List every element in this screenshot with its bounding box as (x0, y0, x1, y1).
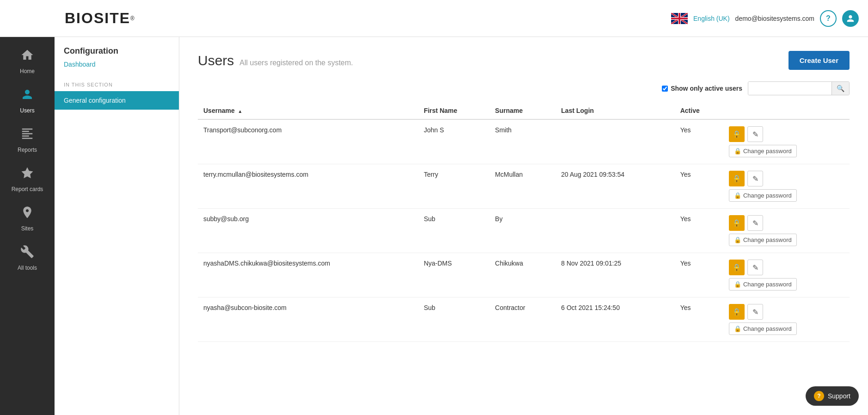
page-title-area: Users All users registered on the system… (198, 53, 353, 68)
table-row: Transport@subconorg.comJohn SSmithYes🔒✎🔒… (198, 119, 850, 164)
sort-arrow-username: ▲ (238, 109, 243, 114)
sidebar-item-sites[interactable]: Sites (0, 199, 55, 238)
language-selector[interactable]: English (UK) (693, 15, 730, 22)
users-table: Username ▲ First Name Surname Last Login… (198, 102, 850, 342)
edit-button[interactable]: ✎ (747, 304, 763, 320)
user-email: demo@biositesystems.com (735, 15, 814, 22)
search-input[interactable] (748, 82, 831, 95)
cell-username: nyasha@subcon-biosite.com (198, 297, 418, 342)
cell-actions: 🔒✎🔒 Change password (723, 119, 850, 164)
edit-button[interactable]: ✎ (747, 126, 763, 142)
sidebar-item-reports[interactable]: Reports (0, 120, 55, 160)
all-tools-icon (20, 245, 34, 262)
search-box: 🔍 (748, 81, 850, 95)
controls-row: Show only active users 🔍 (198, 81, 850, 95)
sidebar-label-users: Users (20, 107, 34, 114)
user-menu-button[interactable] (842, 10, 859, 27)
col-last-login: Last Login (556, 102, 675, 119)
cell-firstname: Sub (418, 209, 489, 253)
sidebar-item-all-tools[interactable]: All tools (0, 238, 55, 278)
cell-surname: McMullan (489, 164, 556, 209)
sidebar-menu-general-config[interactable]: General configuration (55, 91, 179, 110)
top-navbar: BIOSITE® English (UK) demo@biositesystem… (0, 0, 868, 37)
cell-actions: 🔒✎🔒 Change password (723, 297, 850, 342)
cell-username: Transport@subconorg.com (198, 119, 418, 164)
cell-firstname: Sub (418, 297, 489, 342)
sites-icon (20, 205, 34, 223)
lock-button[interactable]: 🔒 (729, 171, 745, 186)
top-right-area: English (UK) demo@biositesystems.com ? (671, 10, 859, 27)
lock-button[interactable]: 🔒 (729, 215, 745, 231)
show-active-checkbox-label[interactable]: Show only active users (662, 85, 742, 92)
page-title: Users (198, 53, 234, 68)
page-header: Users All users registered on the system… (198, 51, 850, 70)
cell-active: Yes (675, 253, 724, 297)
home-icon (20, 48, 34, 65)
col-active: Active (675, 102, 724, 119)
col-firstname: First Name (418, 102, 489, 119)
lock-button[interactable]: 🔒 (729, 304, 745, 320)
table-row: terry.mcmullan@biositesystems.comTerryMc… (198, 164, 850, 209)
flag-icon (671, 13, 688, 24)
change-password-button[interactable]: 🔒 Change password (729, 189, 796, 202)
table-row: subby@sub.orgSubByYes🔒✎🔒 Change password (198, 209, 850, 253)
edit-button[interactable]: ✎ (747, 260, 763, 275)
show-active-checkbox[interactable] (662, 86, 668, 92)
change-password-button[interactable]: 🔒 Change password (729, 322, 796, 335)
edit-button[interactable]: ✎ (747, 215, 763, 231)
cell-last-login: 8 Nov 2021 09:01:25 (556, 253, 675, 297)
sidebar-item-users[interactable]: Users (0, 81, 55, 120)
secondary-sidebar: Configuration Dashboard IN THIS SECTION … (55, 37, 179, 415)
change-password-button[interactable]: 🔒 Change password (729, 145, 796, 157)
cell-username: subby@sub.org (198, 209, 418, 253)
cell-last-login (556, 119, 675, 164)
logo-reg: ® (130, 15, 134, 22)
support-icon: ? (814, 391, 824, 401)
change-password-button[interactable]: 🔒 Change password (729, 278, 796, 291)
cell-last-login: 20 Aug 2021 09:53:54 (556, 164, 675, 209)
support-label: Support (828, 392, 850, 400)
table-row: nyasha@subcon-biosite.comSubContractor6 … (198, 297, 850, 342)
cell-firstname: Nya-DMS (418, 253, 489, 297)
logo-text: BIOSITE (65, 10, 130, 27)
sidebar-label-report-cards: Report cards (12, 186, 43, 192)
support-button[interactable]: ? Support (806, 386, 859, 406)
cell-firstname: John S (418, 119, 489, 164)
table-header-row: Username ▲ First Name Surname Last Login… (198, 102, 850, 119)
sidebar-item-home[interactable]: Home (0, 42, 55, 81)
section-title: Configuration (55, 46, 179, 61)
create-user-button[interactable]: Create User (789, 51, 850, 70)
lock-button[interactable]: 🔒 (729, 126, 745, 142)
col-username[interactable]: Username ▲ (198, 102, 418, 119)
edit-button[interactable]: ✎ (747, 171, 763, 186)
cell-username: terry.mcmullan@biositesystems.com (198, 164, 418, 209)
help-button[interactable]: ? (820, 10, 837, 27)
page-subtitle: All users registered on the system. (239, 59, 353, 67)
cell-actions: 🔒✎🔒 Change password (723, 209, 850, 253)
cell-actions: 🔒✎🔒 Change password (723, 164, 850, 209)
users-icon (20, 87, 34, 105)
cell-active: Yes (675, 209, 724, 253)
change-password-button[interactable]: 🔒 Change password (729, 234, 796, 246)
logo: BIOSITE® (65, 10, 134, 27)
lock-button[interactable]: 🔒 (729, 260, 745, 275)
sidebar-label-sites: Sites (21, 225, 34, 232)
cell-active: Yes (675, 297, 724, 342)
cell-firstname: Terry (418, 164, 489, 209)
col-surname: Surname (489, 102, 556, 119)
show-active-label: Show only active users (671, 85, 742, 92)
cell-surname: Chikukwa (489, 253, 556, 297)
section-subtitle: Dashboard (55, 61, 179, 77)
cell-surname: By (489, 209, 556, 253)
report-cards-icon (20, 166, 34, 183)
cell-last-login: 6 Oct 2021 15:24:50 (556, 297, 675, 342)
main-layout: Home Users Reports Report cards (0, 37, 868, 415)
sidebar-item-report-cards[interactable]: Report cards (0, 160, 55, 199)
in-this-section-label: IN THIS SECTION (55, 77, 179, 91)
cell-surname: Smith (489, 119, 556, 164)
cell-last-login (556, 209, 675, 253)
cell-active: Yes (675, 164, 724, 209)
search-button[interactable]: 🔍 (831, 82, 849, 95)
reports-icon (20, 127, 34, 144)
sidebar-label-reports: Reports (18, 147, 37, 153)
